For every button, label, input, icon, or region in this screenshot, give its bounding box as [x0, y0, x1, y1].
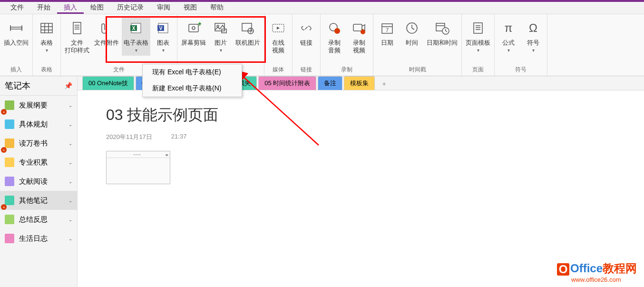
record-video-button[interactable]: 录制 视频: [347, 16, 371, 57]
spreadsheet-label: 电子表格: [124, 39, 148, 47]
section-item-具体规划[interactable]: 具体规划⌄: [0, 115, 77, 134]
file-printout-button[interactable]: 文件 打印样式: [63, 16, 91, 57]
section-item-总结反思[interactable]: 总结反思⌄: [0, 210, 77, 229]
chevron-down-icon: ⌄: [68, 236, 72, 241]
svg-text:V: V: [159, 26, 163, 31]
menu-文件[interactable]: 文件: [4, 2, 30, 14]
online-image-label: 联机图片: [235, 39, 260, 47]
page-content[interactable]: 03 技能示例页面 2020年11月17日 21:37 ◂▸: [78, 90, 644, 287]
tab-5[interactable]: 备注: [318, 76, 342, 90]
record-audio-label: 录制 音频: [328, 39, 341, 54]
section-color-icon: [5, 234, 14, 243]
table-icon: [38, 19, 56, 37]
close-icon[interactable]: ×: [1, 204, 7, 210]
link-label: 链接: [300, 39, 312, 47]
svg-rect-21: [215, 23, 224, 31]
ribbon-group-表格: 表格▾表格: [33, 14, 61, 76]
symbol-button[interactable]: Ω符号▾: [521, 16, 545, 56]
image-button[interactable]: 图片▾: [209, 16, 233, 56]
time-icon: [403, 19, 421, 37]
svg-point-19: [192, 27, 195, 30]
ribbon-group-页面: 页面模板▾页面: [462, 14, 495, 76]
file-attachment-button[interactable]: 文件附件: [92, 16, 121, 49]
ribbon-group-录制: 录制 音频录制 视频录制: [321, 14, 373, 76]
dropdown-new-excel[interactable]: 新建 Excel 电子表格(N): [143, 80, 242, 97]
ribbon-group-符号: π公式▾Ω符号▾符号: [495, 14, 547, 76]
record-audio-icon: [325, 19, 343, 37]
svg-text:X: X: [132, 26, 136, 31]
svg-rect-43: [474, 23, 482, 33]
page-meta: 2020年11月17日 21:37: [106, 133, 615, 141]
watermark: OOffice教程网 www.office26.com: [557, 261, 637, 283]
embedded-spreadsheet[interactable]: ◂▸: [106, 151, 170, 184]
add-tab-button[interactable]: +: [376, 78, 391, 90]
screen-clip-button[interactable]: +屏幕剪辑: [179, 16, 208, 49]
record-audio-button[interactable]: 录制 音频: [322, 16, 346, 57]
section-item-专业积累[interactable]: 专业积累⌄: [0, 153, 77, 172]
online-video-button[interactable]: 在线 视频: [266, 16, 290, 57]
time-button[interactable]: 时间: [400, 16, 424, 49]
chevron-down-icon: ▾: [135, 48, 137, 53]
menu-开始[interactable]: 开始: [30, 2, 57, 14]
section-color-icon: [5, 215, 14, 224]
ribbon: 插入空间插入表格▾表格文件 打印样式文件附件X电子表格▾V图表▾文件+屏幕剪辑图…: [0, 14, 644, 76]
chevron-down-icon: ▾: [46, 48, 48, 53]
group-label: 符号: [497, 65, 545, 76]
section-item-其他笔记[interactable]: 其他笔记⌄×: [0, 191, 77, 210]
chevron-down-icon: ⌄: [68, 122, 72, 127]
group-label: 媒体: [266, 65, 290, 76]
date-button[interactable]: 7日期: [375, 16, 399, 49]
close-icon[interactable]: ×: [1, 109, 7, 115]
page-template-button[interactable]: 页面模板▾: [464, 16, 492, 56]
datetime-button[interactable]: 日期和时间: [425, 16, 459, 49]
menu-历史记录[interactable]: 历史记录: [110, 2, 150, 14]
section-color-icon: [5, 119, 14, 129]
chart-button[interactable]: V图表▾: [151, 16, 175, 56]
office-logo-icon: O: [557, 263, 569, 276]
page-title[interactable]: 03 技能示例页面: [106, 105, 615, 126]
resize-arrows-icon[interactable]: ◂▸: [165, 152, 168, 157]
table-button[interactable]: 表格▾: [35, 16, 59, 56]
section-name: 专业积累: [19, 158, 68, 167]
datetime-label: 日期和时间: [427, 39, 458, 47]
online-video-label: 在线 视频: [272, 39, 284, 54]
watermark-url: www.office26.com: [571, 276, 637, 283]
section-item-文献阅读[interactable]: 文献阅读⌄: [0, 172, 77, 191]
chevron-down-icon: ⌄: [68, 103, 72, 108]
sidebar-header[interactable]: 笔记本 📌: [0, 76, 77, 96]
tab-6[interactable]: 模板集: [344, 76, 375, 90]
tab-0[interactable]: 00 OneNote技: [82, 76, 134, 90]
section-item-发展纲要[interactable]: 发展纲要⌄×: [0, 96, 77, 115]
svg-text:+: +: [198, 20, 201, 28]
screen-clip-label: 屏幕剪辑: [181, 39, 206, 47]
svg-text:π: π: [505, 21, 513, 34]
menu-帮助[interactable]: 帮助: [204, 2, 230, 14]
online-image-button[interactable]: 联机图片: [234, 16, 262, 49]
section-item-读万卷书[interactable]: 读万卷书⌄×: [0, 134, 77, 153]
menu-绘图[interactable]: 绘图: [84, 2, 110, 14]
menu-视图[interactable]: 视图: [177, 2, 204, 14]
link-button[interactable]: 链接: [294, 16, 318, 49]
chevron-down-icon: ⌄: [68, 160, 72, 165]
dropdown-existing-excel[interactable]: 现有 Excel 电子表格(E): [143, 64, 242, 80]
equation-button[interactable]: π公式▾: [497, 16, 520, 56]
section-name: 读万卷书: [19, 139, 68, 148]
menu-插入[interactable]: 插入: [57, 2, 84, 14]
svg-rect-30: [353, 24, 362, 31]
svg-rect-3: [41, 23, 52, 33]
date-icon: 7: [378, 19, 396, 37]
menu-审阅[interactable]: 审阅: [150, 2, 177, 14]
spreadsheet-icon: X: [127, 19, 145, 37]
tab-4[interactable]: 05 时间统计附表: [258, 76, 316, 90]
chevron-down-icon: ⌄: [68, 141, 72, 146]
insert-space-button[interactable]: 插入空间: [2, 16, 30, 49]
insert-space-icon: [7, 19, 25, 37]
chevron-down-icon: ▾: [220, 48, 222, 53]
close-icon[interactable]: ×: [1, 147, 7, 153]
chevron-down-icon: ▾: [507, 48, 510, 53]
pin-icon[interactable]: 📌: [64, 82, 72, 89]
embedded-header[interactable]: ◂▸: [107, 151, 170, 158]
link-icon: [297, 19, 315, 37]
spreadsheet-button[interactable]: X电子表格▾: [122, 16, 150, 56]
section-item-生活日志[interactable]: 生活日志⌄: [0, 229, 77, 248]
